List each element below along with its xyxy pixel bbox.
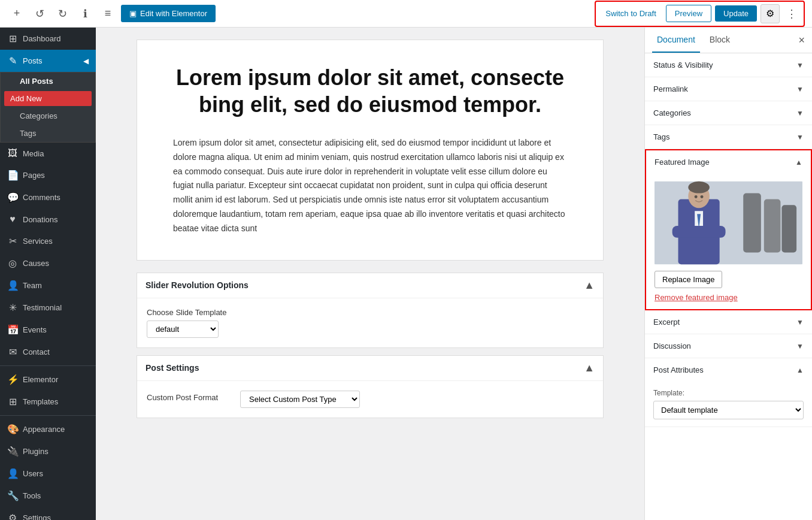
- featured-image-header[interactable]: Featured Image ▲: [646, 150, 811, 174]
- comments-icon: 💬: [7, 192, 18, 203]
- status-visibility-header[interactable]: Status & Visibility ▼: [645, 53, 812, 77]
- status-visibility-chevron: ▼: [796, 61, 804, 69]
- permalink-section: Permalink ▼: [645, 77, 812, 101]
- sidebar-item-users[interactable]: 👤 Users: [0, 462, 96, 485]
- edit-elementor-button[interactable]: ▣ Edit with Elementor: [121, 5, 216, 22]
- discussion-header[interactable]: Discussion ▼: [645, 334, 812, 358]
- add-button[interactable]: +: [7, 4, 26, 23]
- posts-submenu: All Posts Add New Categories Tags: [0, 72, 96, 143]
- sidebar-item-comments[interactable]: 💬 Comments: [0, 186, 96, 208]
- users-icon: 👤: [7, 468, 18, 479]
- post-body[interactable]: Lorem ipsum dolor sit amet, consectetur …: [173, 136, 567, 236]
- appearance-icon: 🎨: [7, 424, 18, 435]
- tags-section: Tags ▼: [645, 125, 812, 149]
- post-settings-header[interactable]: Post Settings ▲: [137, 356, 603, 381]
- sidebar-item-contact[interactable]: ✉ Contact: [0, 341, 96, 363]
- elementor-sidebar-icon: ⚡: [7, 374, 18, 385]
- sidebar-item-settings[interactable]: ⚙ Settings: [0, 507, 96, 520]
- slider-metabox-toggle[interactable]: ▲: [584, 279, 595, 292]
- sidebar-item-dashboard[interactable]: ⊞ Dashboard: [0, 28, 96, 50]
- dashboard-icon: ⊞: [7, 33, 18, 44]
- submenu-item-categories[interactable]: Categories: [1, 107, 95, 125]
- sidebar-item-testimonial[interactable]: ✳ Testimonial: [0, 297, 96, 319]
- settings-gear-button[interactable]: ⚙: [761, 4, 780, 23]
- tab-block[interactable]: Block: [705, 28, 735, 53]
- undo-button[interactable]: ↺: [30, 4, 49, 23]
- posts-arrow: ◀: [83, 57, 89, 65]
- slide-template-label: Choose Slide Template: [147, 308, 593, 317]
- settings-icon: ⚙: [7, 512, 18, 520]
- contact-icon: ✉: [7, 346, 18, 358]
- tab-document[interactable]: Document: [652, 28, 700, 53]
- toolbar-left: + ↺ ↻ ℹ ≡ ▣ Edit with Elementor: [7, 4, 216, 23]
- editor-area: Lorem ipsum dolor sit amet, consecte bin…: [137, 40, 604, 261]
- submenu-item-all-posts[interactable]: All Posts: [1, 72, 95, 90]
- svg-rect-12: [655, 182, 802, 264]
- sidebar-item-posts[interactable]: ✎ Posts ◀: [0, 50, 96, 72]
- post-attributes-chevron: ▲: [796, 366, 804, 374]
- right-panel-close-button[interactable]: ×: [798, 34, 805, 47]
- update-button[interactable]: Update: [715, 5, 757, 22]
- sidebar: ⊞ Dashboard ✎ Posts ◀ All Posts Add New …: [0, 28, 96, 520]
- sidebar-item-elementor[interactable]: ⚡ Elementor: [0, 368, 96, 391]
- status-visibility-section: Status & Visibility ▼: [645, 53, 812, 77]
- replace-image-button[interactable]: Replace Image: [655, 271, 722, 288]
- post-attributes-section: Post Attributes ▲ Template: Default temp…: [645, 358, 812, 427]
- sidebar-item-appearance[interactable]: 🎨 Appearance: [0, 418, 96, 440]
- template-select[interactable]: Default template: [653, 401, 804, 419]
- sidebar-item-team[interactable]: 👤 Team: [0, 274, 96, 297]
- switch-draft-button[interactable]: Switch to Draft: [599, 5, 662, 22]
- menu-button[interactable]: ≡: [98, 4, 117, 23]
- more-options-button[interactable]: ⋮: [783, 5, 800, 22]
- slider-metabox-body: Choose Slide Template default: [137, 298, 603, 347]
- sidebar-item-plugins[interactable]: 🔌 Plugins: [0, 440, 96, 462]
- remove-featured-image-button[interactable]: Remove featured image: [655, 293, 738, 302]
- featured-image-body: Replace Image Remove featured image: [646, 174, 811, 309]
- featured-image-chevron: ▲: [795, 158, 802, 167]
- post-settings-toggle[interactable]: ▲: [584, 362, 595, 374]
- post-attributes-body: Template: Default template: [645, 382, 812, 427]
- info-button[interactable]: ℹ: [75, 4, 95, 23]
- template-label: Template:: [653, 389, 804, 397]
- discussion-section: Discussion ▼: [645, 334, 812, 358]
- elementor-icon: ▣: [129, 9, 137, 18]
- slider-metabox-header[interactable]: Slider Revolution Options ▲: [137, 273, 603, 298]
- excerpt-chevron: ▼: [796, 318, 804, 326]
- redo-button[interactable]: ↻: [53, 4, 72, 23]
- sidebar-item-causes[interactable]: ◎ Causes: [0, 252, 96, 274]
- sidebar-item-events[interactable]: 📅 Events: [0, 319, 96, 341]
- causes-icon: ◎: [7, 258, 18, 269]
- custom-post-format-row: Custom Post Format Select Custom Post Ty…: [147, 391, 593, 408]
- submenu-item-tags[interactable]: Tags: [1, 125, 95, 142]
- sidebar-item-templates[interactable]: ⊞ Templates: [0, 391, 96, 413]
- post-title[interactable]: Lorem ipsum dolor sit amet, consecte bin…: [173, 64, 567, 118]
- pages-icon: 📄: [7, 170, 18, 181]
- categories-header[interactable]: Categories ▼: [645, 101, 812, 125]
- post-settings-metabox: Post Settings ▲ Custom Post Format Selec…: [137, 355, 604, 418]
- discussion-chevron: ▼: [796, 342, 804, 350]
- sidebar-item-donations[interactable]: ♥ Donations: [0, 208, 96, 230]
- custom-post-type-select[interactable]: Select Custom Post Type: [240, 391, 360, 408]
- permalink-header[interactable]: Permalink ▼: [645, 77, 812, 101]
- post-attributes-header[interactable]: Post Attributes ▲: [645, 358, 812, 382]
- right-panel: Document Block × Status & Visibility ▼ P…: [644, 28, 812, 520]
- sidebar-item-tools[interactable]: 🔧 Tools: [0, 485, 96, 507]
- categories-section: Categories ▼: [645, 101, 812, 125]
- submenu-item-add-new[interactable]: Add New: [4, 91, 92, 106]
- slide-template-select[interactable]: default: [147, 321, 219, 338]
- team-icon: 👤: [7, 280, 18, 291]
- slider-metabox-title: Slider Revolution Options: [146, 280, 249, 290]
- tags-chevron: ▼: [796, 133, 804, 141]
- categories-chevron: ▼: [796, 109, 804, 117]
- tags-header[interactable]: Tags ▼: [645, 125, 812, 149]
- excerpt-header[interactable]: Excerpt ▼: [645, 310, 812, 334]
- sidebar-item-media[interactable]: 🖼 Media: [0, 143, 96, 164]
- permalink-chevron: ▼: [796, 85, 804, 93]
- sidebar-item-pages[interactable]: 📄 Pages: [0, 164, 96, 186]
- sidebar-item-services[interactable]: ✂ Services: [0, 230, 96, 252]
- posts-icon: ✎: [7, 55, 18, 66]
- post-settings-body: Custom Post Format Select Custom Post Ty…: [137, 381, 603, 418]
- preview-button[interactable]: Preview: [666, 5, 711, 22]
- post-settings-title: Post Settings: [146, 363, 199, 373]
- right-panel-tabs: Document Block ×: [645, 28, 812, 53]
